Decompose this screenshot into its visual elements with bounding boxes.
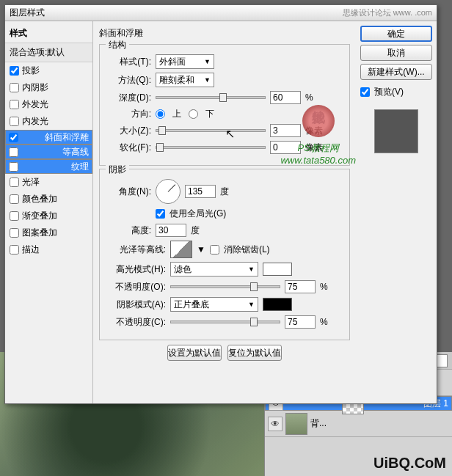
gloss-contour-picker[interactable] xyxy=(170,241,192,258)
group-title: 阴影 xyxy=(106,164,129,176)
watermark-uibq: UiBQ.CoM xyxy=(373,455,446,472)
unit: 像素 xyxy=(305,125,323,137)
altitude-label: 高度: xyxy=(107,224,151,237)
layer-style-dialog: 图层样式 思缘设计论坛 www. .com 样式 混合选项:默认 投影 内阴影 … xyxy=(4,4,437,404)
depth-input[interactable] xyxy=(270,91,301,104)
ok-button[interactable]: 确定 xyxy=(360,26,432,42)
layer-row[interactable]: 👁 背... xyxy=(265,411,452,437)
soften-input[interactable] xyxy=(270,141,301,154)
style-drop-shadow[interactable]: 投影 xyxy=(5,62,92,79)
shading-group: 阴影 角度(N): 度 使用全局光(G) 高度: 度 光泽等高线: ▼ 消除锯齿… xyxy=(99,169,350,340)
style-bevel-emboss[interactable]: 斜面和浮雕 xyxy=(5,130,92,144)
checkbox[interactable] xyxy=(10,211,19,221)
layer-name: 背... xyxy=(310,417,327,430)
size-input[interactable] xyxy=(270,124,301,137)
global-light-checkbox[interactable] xyxy=(156,209,165,219)
size-label: 大小(Z): xyxy=(107,125,151,137)
checkbox[interactable] xyxy=(10,228,19,238)
blend-options[interactable]: 混合选项:默认 xyxy=(5,43,92,62)
checkbox[interactable] xyxy=(9,162,18,172)
shadow-opacity-input[interactable] xyxy=(285,315,316,329)
style-pattern-overlay[interactable]: 图案叠加 xyxy=(5,224,92,241)
layer-thumb xyxy=(285,413,307,435)
gloss-label: 光泽等高线: xyxy=(107,244,166,256)
technique-select[interactable]: 雕刻柔和▼ xyxy=(156,73,214,87)
caret-down-icon: ▼ xyxy=(248,301,255,308)
preview-swatch xyxy=(374,109,418,153)
shadow-color-swatch[interactable] xyxy=(263,298,292,311)
dir-down-radio[interactable] xyxy=(189,109,198,119)
unit: % xyxy=(320,282,328,292)
checkbox[interactable] xyxy=(10,245,19,255)
checkbox[interactable] xyxy=(10,66,19,76)
make-default-button[interactable]: 设置为默认值 xyxy=(167,345,222,361)
unit: 度 xyxy=(191,224,200,237)
new-style-button[interactable]: 新建样式(W)... xyxy=(360,64,432,80)
depth-slider[interactable] xyxy=(156,96,266,99)
preview-checkbox[interactable] xyxy=(360,87,370,97)
checkbox[interactable] xyxy=(10,194,19,204)
unit: % xyxy=(305,92,313,103)
style-outer-glow[interactable]: 外发光 xyxy=(5,96,92,113)
style-stroke[interactable]: 描边 xyxy=(5,241,92,258)
highlight-color-swatch[interactable] xyxy=(263,263,292,276)
unit: 度 xyxy=(220,186,229,198)
highlight-opacity-input[interactable] xyxy=(285,280,316,293)
soften-label: 软化(F): xyxy=(107,142,151,154)
styles-list: 样式 混合选项:默认 投影 内阴影 外发光 内发光 斜面和浮雕 等高线 纹理 光… xyxy=(5,21,93,403)
highlight-mode-label: 高光模式(H): xyxy=(107,263,166,276)
checkbox[interactable] xyxy=(10,177,19,187)
checkbox[interactable] xyxy=(9,147,18,157)
checkbox[interactable] xyxy=(10,83,19,92)
styles-header[interactable]: 样式 xyxy=(5,24,92,43)
highlight-opacity-slider[interactable] xyxy=(170,285,280,288)
reset-default-button[interactable]: 复位为默认值 xyxy=(227,345,282,361)
altitude-input[interactable] xyxy=(156,224,186,237)
angle-input[interactable] xyxy=(185,185,216,198)
titlebar[interactable]: 图层样式 思缘设计论坛 www. .com xyxy=(5,5,437,21)
checkbox[interactable] xyxy=(10,100,19,109)
style-contour[interactable]: 等高线 xyxy=(5,144,92,159)
group-title: 结构 xyxy=(106,39,129,51)
caret-down-icon: ▼ xyxy=(204,76,211,84)
checkbox[interactable] xyxy=(10,117,19,126)
section-title: 斜面和浮雕 xyxy=(99,26,350,44)
direction-label: 方向: xyxy=(107,108,151,120)
style-inner-glow[interactable]: 内发光 xyxy=(5,113,92,130)
size-slider[interactable] xyxy=(156,129,266,132)
structure-group: 结构 样式(T): 外斜面▼ 方法(Q): 雕刻柔和▼ 深度(D): % 方向:… xyxy=(99,44,350,166)
style-select[interactable]: 外斜面▼ xyxy=(156,54,214,69)
depth-label: 深度(D): xyxy=(107,92,151,104)
shadow-opacity-slider[interactable] xyxy=(170,321,280,323)
angle-wheel[interactable] xyxy=(156,179,181,204)
style-texture[interactable]: 纹理 xyxy=(5,159,92,174)
visibility-icon[interactable]: 👁 xyxy=(268,417,282,431)
style-gradient-overlay[interactable]: 渐变叠加 xyxy=(5,208,92,224)
technique-label: 方法(Q): xyxy=(107,74,151,87)
dialog-buttons: 确定 取消 新建样式(W)... 预览(V) xyxy=(356,21,437,403)
style-color-overlay[interactable]: 颜色叠加 xyxy=(5,191,92,208)
caret-down-icon: ▼ xyxy=(248,266,255,273)
dialog-title: 图层样式 xyxy=(10,7,45,19)
highlight-opacity-label: 不透明度(O): xyxy=(107,281,166,293)
style-label: 样式(T): xyxy=(107,56,151,68)
cancel-button[interactable]: 取消 xyxy=(360,45,432,61)
shadow-opacity-label: 不透明度(C): xyxy=(107,316,166,329)
settings-panel: 斜面和浮雕 结构 样式(T): 外斜面▼ 方法(Q): 雕刻柔和▼ 深度(D):… xyxy=(93,21,356,403)
style-inner-shadow[interactable]: 内阴影 xyxy=(5,79,92,96)
unit: % xyxy=(320,317,328,327)
caret-down-icon: ▼ xyxy=(204,58,211,65)
style-satin[interactable]: 光泽 xyxy=(5,174,92,191)
shadow-mode-select[interactable]: 正片叠底▼ xyxy=(170,297,258,312)
highlight-mode-select[interactable]: 滤色▼ xyxy=(170,262,258,277)
caret-down-icon[interactable]: ▼ xyxy=(197,244,205,255)
antialias-checkbox[interactable] xyxy=(210,245,219,255)
unit: 像素 xyxy=(305,142,323,154)
checkbox[interactable] xyxy=(9,133,18,142)
angle-label: 角度(N): xyxy=(107,186,151,198)
shadow-mode-label: 阴影模式(A): xyxy=(107,299,166,311)
soften-slider[interactable] xyxy=(156,146,266,149)
dir-up-radio[interactable] xyxy=(156,109,165,119)
forum-text: 思缘设计论坛 www. .com xyxy=(343,7,432,18)
